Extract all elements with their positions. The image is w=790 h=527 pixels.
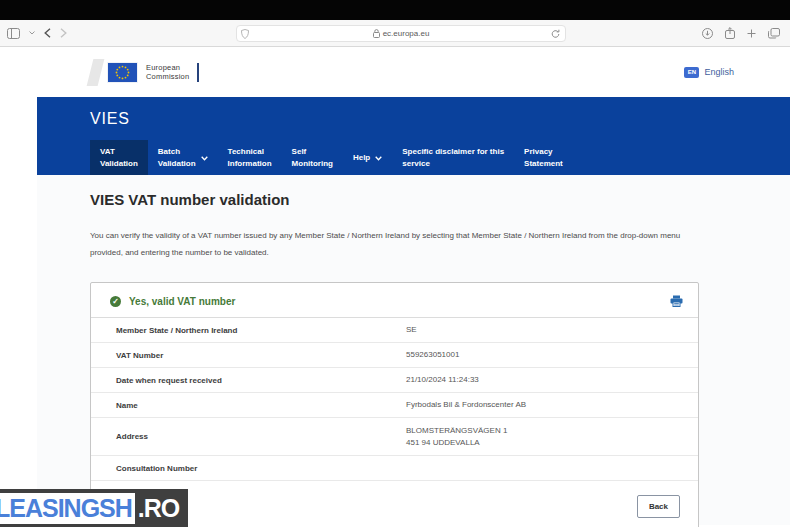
vies-header: VIES VATValidation BatchValidation Techn…	[37, 97, 790, 175]
main-nav: VATValidation BatchValidation TechnicalI…	[90, 140, 573, 175]
site-title: VIES	[90, 110, 790, 128]
language-badge: EN	[684, 67, 699, 78]
nav-help[interactable]: Help	[343, 140, 392, 175]
back-icon[interactable]	[44, 28, 51, 38]
sidebar-icon[interactable]	[7, 28, 20, 39]
forward-icon[interactable]	[60, 28, 67, 38]
result-card-header: ✓ Yes, valid VAT number	[91, 283, 698, 318]
result-table: Member State / Northern Ireland SE VAT N…	[91, 318, 698, 481]
table-row: Name Fyrbodals Bil & Fordonscenter AB	[91, 393, 698, 418]
system-menubar	[0, 0, 790, 20]
download-icon[interactable]	[702, 28, 713, 39]
page-title: VIES VAT number validation	[90, 191, 790, 208]
back-button[interactable]: Back	[637, 495, 680, 518]
url-text: ec.europa.eu	[383, 29, 430, 38]
chevron-down-icon	[201, 156, 208, 161]
nav-technical-information[interactable]: TechnicalInformation	[218, 140, 282, 175]
table-row: Address BLOMSTERÄNGSVÄGEN 1 451 94 UDDEV…	[91, 418, 698, 456]
vat-number-value: 559263051001	[406, 345, 459, 365]
chevron-down-icon	[375, 156, 382, 161]
table-row: Date when request received 21/10/2024 11…	[91, 368, 698, 393]
browser-toolbar: ec.europa.eu	[0, 20, 790, 47]
lock-icon	[373, 29, 380, 38]
table-row: VAT Number 559263051001	[91, 343, 698, 368]
nav-batch-validation[interactable]: BatchValidation	[148, 140, 218, 175]
new-tab-icon[interactable]	[747, 29, 756, 38]
webpage: European Commission EN English VIES VATV…	[37, 47, 790, 525]
request-date-value: 21/10/2024 11:24:33	[406, 370, 479, 390]
ec-logo-bar	[197, 63, 199, 82]
nav-privacy-statement[interactable]: PrivacyStatement	[514, 140, 573, 175]
main-content: VIES VAT number validation You can verif…	[37, 175, 790, 525]
printer-icon[interactable]	[670, 295, 683, 307]
chevron-down-icon[interactable]	[29, 31, 35, 35]
nav-self-monitoring[interactable]: SelfMonitoring	[282, 140, 343, 175]
eu-flag-icon	[108, 63, 137, 82]
page-description: You can verify the validity of a VAT num…	[90, 227, 708, 261]
company-name-value: Fyrbodals Bil & Fordonscenter AB	[406, 395, 526, 415]
watermark-brand: LEASINGSH	[0, 494, 132, 522]
validation-status: Yes, valid VAT number	[129, 296, 235, 307]
watermark: LEASINGSH.RO	[0, 489, 188, 527]
check-circle-icon: ✓	[110, 296, 121, 307]
ec-logo-text: European Commission	[146, 63, 189, 81]
nav-specific-disclaimer[interactable]: Specific disclaimer for thisservice	[392, 140, 514, 175]
shield-icon	[241, 29, 249, 41]
masthead: European Commission EN English	[37, 47, 790, 97]
nav-vat-validation[interactable]: VATValidation	[90, 140, 148, 175]
tabs-icon[interactable]	[768, 28, 780, 39]
language-label: English	[704, 67, 734, 77]
watermark-tld: .RO	[135, 494, 179, 523]
address-bar[interactable]: ec.europa.eu	[236, 25, 566, 42]
refresh-icon[interactable]	[551, 29, 560, 41]
member-state-value: SE	[406, 320, 417, 340]
european-commission-logo[interactable]: European Commission	[90, 59, 199, 86]
table-row: Consultation Number	[91, 456, 698, 481]
language-selector[interactable]: EN English	[684, 67, 734, 78]
table-row: Member State / Northern Ireland SE	[91, 318, 698, 343]
ec-logo-shape	[87, 59, 105, 86]
share-icon[interactable]	[725, 27, 735, 39]
address-value: BLOMSTERÄNGSVÄGEN 1 451 94 UDDEVALLA	[406, 421, 507, 453]
